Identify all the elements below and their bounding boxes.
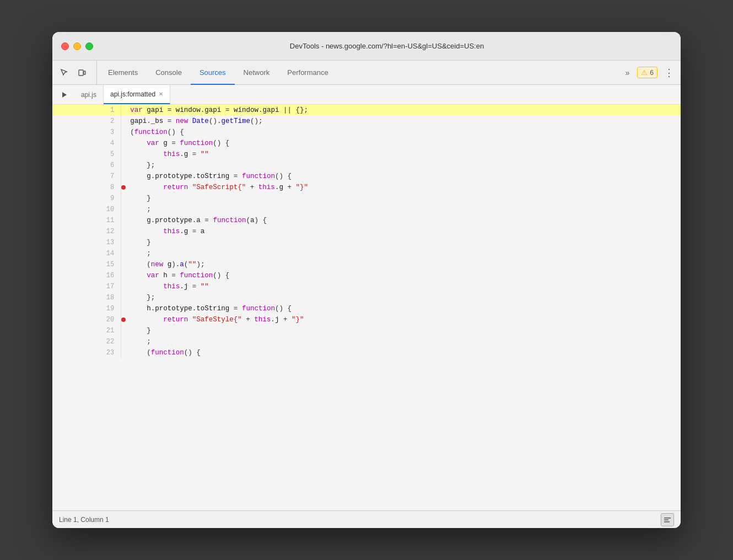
svg-rect-1 [84, 71, 85, 74]
line-gutter [121, 149, 126, 160]
line-number: 5 [52, 149, 121, 160]
kebab-menu-button[interactable]: ⋮ [662, 64, 676, 81]
line-code: this.g = "" [126, 149, 680, 160]
table-row: 4 var g = function() { [52, 138, 681, 149]
inspect-icon[interactable] [57, 65, 72, 80]
line-number: 16 [52, 270, 121, 281]
line-number: 9 [52, 193, 121, 204]
close-button[interactable] [61, 42, 69, 50]
line-code: ; [126, 336, 680, 347]
svg-rect-0 [79, 70, 83, 76]
line-gutter [121, 248, 126, 259]
line-number: 8 [52, 182, 121, 193]
minimize-button[interactable] [73, 42, 81, 50]
line-gutter [121, 237, 126, 248]
status-bar: Line 1, Column 1 [52, 510, 681, 528]
device-icon[interactable] [74, 65, 90, 80]
line-number: 4 [52, 138, 121, 149]
line-gutter [121, 347, 126, 358]
line-code: return "SafeStyle{" + this.j + "}" [126, 314, 680, 325]
line-gutter [121, 116, 126, 127]
breakpoint-marker [121, 185, 126, 190]
line-number: 6 [52, 160, 121, 171]
file-tab-api-js-formatted[interactable]: api.js:formatted ✕ [104, 85, 170, 104]
window-title: DevTools - news.google.com/?hl=en-US&gl=… [102, 42, 672, 50]
line-number: 7 [52, 171, 121, 182]
tab-elements[interactable]: Elements [99, 61, 147, 85]
line-number: 3 [52, 127, 121, 138]
line-gutter [121, 182, 126, 193]
table-row: 12 this.g = a [52, 226, 681, 237]
tab-network[interactable]: Network [235, 61, 279, 85]
line-gutter [121, 127, 126, 138]
line-code: } [126, 193, 680, 204]
line-gutter [121, 138, 126, 149]
warning-badge[interactable]: ⚠ 6 [637, 67, 657, 78]
svg-rect-4 [664, 519, 669, 520]
line-number: 21 [52, 325, 121, 336]
line-gutter [121, 336, 126, 347]
line-gutter [121, 325, 126, 336]
table-row: 5 this.g = "" [52, 149, 681, 160]
title-bar: DevTools - news.google.com/?hl=en-US&gl=… [52, 32, 681, 61]
code-editor[interactable]: 1 var gapi = window.gapi = window.gapi |… [52, 105, 681, 510]
cursor-position: Line 1, Column 1 [59, 516, 109, 524]
close-tab-icon[interactable]: ✕ [159, 91, 163, 97]
line-gutter [121, 259, 126, 270]
line-number: 13 [52, 237, 121, 248]
line-code: var gapi = window.gapi = window.gapi || … [126, 105, 680, 116]
tab-sources[interactable]: Sources [191, 61, 235, 85]
line-number: 11 [52, 215, 121, 226]
table-row: 20 return "SafeStyle{" + this.j + "}" [52, 314, 681, 325]
line-number: 22 [52, 336, 121, 347]
line-number: 14 [52, 248, 121, 259]
table-row: 3 (function() { [52, 127, 681, 138]
line-number: 19 [52, 303, 121, 314]
line-code: g.prototype.a = function(a) { [126, 215, 680, 226]
table-row: 19 h.prototype.toString = function() { [52, 303, 681, 314]
line-number: 18 [52, 292, 121, 303]
line-number: 2 [52, 116, 121, 127]
traffic-lights [61, 42, 93, 50]
line-code: }; [126, 160, 680, 171]
line-code: var h = function() { [126, 270, 680, 281]
line-code: } [126, 325, 680, 336]
table-row: 17 this.j = "" [52, 281, 681, 292]
run-snippet-button[interactable] [57, 85, 72, 104]
table-row: 13 } [52, 237, 681, 248]
tab-console[interactable]: Console [147, 61, 191, 85]
maximize-button[interactable] [85, 42, 93, 50]
line-code: (function() { [126, 347, 680, 358]
table-row: 11 g.prototype.a = function(a) { [52, 215, 681, 226]
line-gutter [121, 215, 126, 226]
line-code: gapi._bs = new Date().getTime(); [126, 116, 680, 127]
table-row: 16 var h = function() { [52, 270, 681, 281]
table-row: 8 return "SafeScript{" + this.g + "}" [52, 182, 681, 193]
svg-rect-5 [664, 521, 670, 523]
tab-performance[interactable]: Performance [278, 61, 337, 85]
line-gutter [121, 281, 126, 292]
file-tab-api-js[interactable]: api.js [74, 85, 104, 104]
line-number: 23 [52, 347, 121, 358]
line-number: 17 [52, 281, 121, 292]
table-row: 22 ; [52, 336, 681, 347]
warning-count: 6 [650, 69, 654, 77]
line-gutter [121, 160, 126, 171]
table-row: 1 var gapi = window.gapi = window.gapi |… [52, 105, 681, 116]
line-number: 15 [52, 259, 121, 270]
line-gutter [121, 193, 126, 204]
line-gutter [121, 171, 126, 182]
format-button[interactable] [661, 513, 674, 526]
line-code: h.prototype.toString = function() { [126, 303, 680, 314]
line-gutter [121, 270, 126, 281]
main-toolbar: Elements Console Sources Network Perform… [52, 61, 681, 85]
line-code: (function() { [126, 127, 680, 138]
toolbar-icons [57, 61, 97, 84]
line-gutter [121, 303, 126, 314]
line-code: (new g).a(""); [126, 259, 680, 270]
line-code: this.g = a [126, 226, 680, 237]
line-number: 10 [52, 204, 121, 215]
line-code: this.j = "" [126, 281, 680, 292]
line-gutter [121, 105, 126, 116]
more-tabs-button[interactable]: » [622, 66, 633, 79]
